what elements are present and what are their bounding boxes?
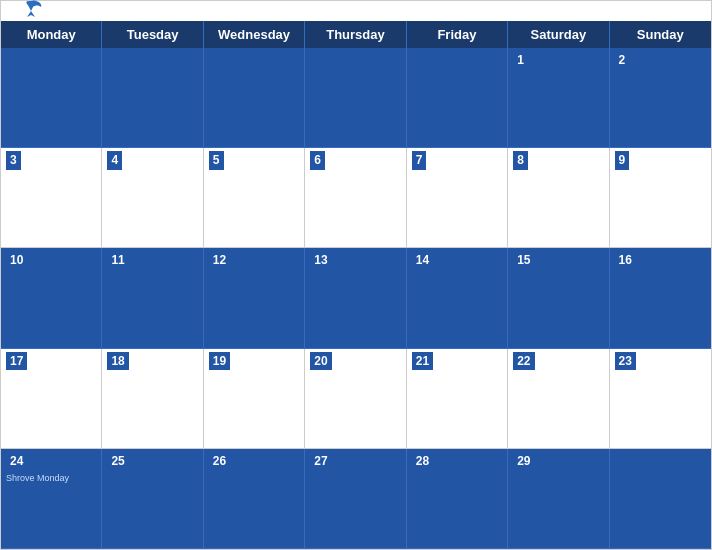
day-cell: 10	[1, 248, 102, 348]
day-number: 6	[310, 151, 325, 170]
day-number: 1	[513, 51, 528, 70]
day-number: 26	[209, 452, 230, 471]
day-number: 11	[107, 251, 128, 270]
day-cell: 27	[305, 449, 406, 549]
day-cell: 20	[305, 349, 406, 449]
day-number: 16	[615, 251, 636, 270]
calendar-header	[1, 1, 711, 21]
day-cell	[407, 48, 508, 148]
day-cell: 24Shrove Monday	[1, 449, 102, 549]
day-number: 22	[513, 352, 534, 371]
day-cell: 21	[407, 349, 508, 449]
logo-bird-icon	[17, 0, 45, 25]
day-cell: 16	[610, 248, 711, 348]
day-cell: 14	[407, 248, 508, 348]
day-cell	[610, 449, 711, 549]
day-cell	[102, 48, 203, 148]
day-header-tuesday: Tuesday	[102, 21, 203, 48]
logo	[17, 0, 45, 25]
day-number: 24	[6, 452, 27, 471]
day-cell: 4	[102, 148, 203, 248]
day-cell: 22	[508, 349, 609, 449]
day-number: 13	[310, 251, 331, 270]
day-header-friday: Friday	[407, 21, 508, 48]
calendar-grid: 123456789101112131415161718192021222324S…	[1, 48, 711, 549]
holiday-label: Shrove Monday	[6, 473, 96, 483]
day-cell: 25	[102, 449, 203, 549]
day-cell: 23	[610, 349, 711, 449]
day-number: 23	[615, 352, 636, 371]
day-number: 10	[6, 251, 27, 270]
day-cell: 15	[508, 248, 609, 348]
day-cell: 19	[204, 349, 305, 449]
day-header-monday: Monday	[1, 21, 102, 48]
day-number: 28	[412, 452, 433, 471]
day-cell: 18	[102, 349, 203, 449]
day-cell: 6	[305, 148, 406, 248]
day-cell: 7	[407, 148, 508, 248]
calendar: MondayTuesdayWednesdayThursdayFridaySatu…	[0, 0, 712, 550]
day-number: 4	[107, 151, 122, 170]
day-cell: 9	[610, 148, 711, 248]
day-cell: 28	[407, 449, 508, 549]
day-cell: 1	[508, 48, 609, 148]
day-number: 20	[310, 352, 331, 371]
day-header-thursday: Thursday	[305, 21, 406, 48]
day-number: 14	[412, 251, 433, 270]
day-number: 7	[412, 151, 427, 170]
day-cell	[305, 48, 406, 148]
day-number: 5	[209, 151, 224, 170]
day-header-wednesday: Wednesday	[204, 21, 305, 48]
day-header-sunday: Sunday	[610, 21, 711, 48]
day-number: 15	[513, 251, 534, 270]
day-cell: 17	[1, 349, 102, 449]
day-cell	[1, 48, 102, 148]
day-cell: 26	[204, 449, 305, 549]
days-header: MondayTuesdayWednesdayThursdayFridaySatu…	[1, 21, 711, 48]
day-cell: 3	[1, 148, 102, 248]
day-cell: 12	[204, 248, 305, 348]
day-cell: 11	[102, 248, 203, 348]
day-number: 17	[6, 352, 27, 371]
day-number: 9	[615, 151, 630, 170]
day-number: 19	[209, 352, 230, 371]
day-number: 29	[513, 452, 534, 471]
day-header-saturday: Saturday	[508, 21, 609, 48]
day-number: 25	[107, 452, 128, 471]
day-cell: 13	[305, 248, 406, 348]
day-number: 21	[412, 352, 433, 371]
day-number: 18	[107, 352, 128, 371]
day-cell: 5	[204, 148, 305, 248]
day-number: 12	[209, 251, 230, 270]
day-cell: 29	[508, 449, 609, 549]
day-cell	[204, 48, 305, 148]
day-number: 27	[310, 452, 331, 471]
day-number: 3	[6, 151, 21, 170]
day-cell: 2	[610, 48, 711, 148]
day-number: 2	[615, 51, 630, 70]
day-cell: 8	[508, 148, 609, 248]
day-number: 8	[513, 151, 528, 170]
